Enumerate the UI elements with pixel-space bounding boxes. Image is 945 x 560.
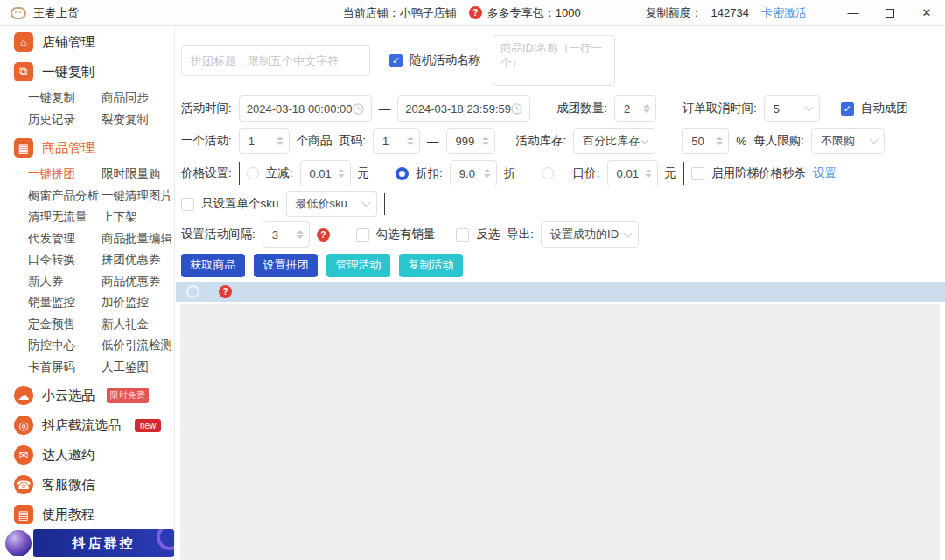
pack-help-icon[interactable]: ? <box>469 6 482 19</box>
interval-help-icon[interactable]: ? <box>317 228 330 242</box>
end-time-input[interactable]: 2024-03-18 23:59:59 <box>397 95 530 122</box>
sidebar-item-one-key-copy-sub[interactable]: 一键复制 <box>28 88 102 109</box>
close-button[interactable]: ✕ <box>908 0 945 26</box>
fixed-price-radio[interactable] <box>542 167 554 179</box>
activity-time-label: 活动时间: <box>181 101 232 116</box>
sidebar-item-goods-manage[interactable]: ▦ 商品管理 <box>0 134 174 162</box>
group-count-input[interactable]: 2 <box>614 95 656 122</box>
set-pintuan-button[interactable]: 设置拼团 <box>254 254 318 277</box>
ladder-price-label: 启用阶梯价格秒杀 <box>711 165 806 181</box>
stepper-arrows-icon[interactable] <box>482 136 489 145</box>
sidebar-item-clean-no-traffic[interactable]: 清理无流量 <box>28 206 102 228</box>
book-icon: ▤ <box>14 505 33 524</box>
storefront-icon: ⌂ <box>14 32 33 52</box>
chevron-down-icon <box>804 102 813 111</box>
cloud-search-icon: ☁ <box>14 386 33 405</box>
sidebar-item-history[interactable]: 历史记录 <box>28 109 102 131</box>
goods-ids-textarea[interactable] <box>493 35 615 86</box>
stepper-arrows-icon[interactable] <box>407 136 414 145</box>
stepper-arrows-icon[interactable] <box>297 230 304 239</box>
stepper-arrows-icon[interactable] <box>716 136 723 145</box>
sku-value: 最低价sku <box>296 196 347 212</box>
sidebar-item-clean-images[interactable]: 一键清理图片 <box>102 186 174 207</box>
sidebar-item-on-off-shelf[interactable]: 上下架 <box>102 206 174 228</box>
chevron-down-icon <box>640 135 649 144</box>
fixed-price-input[interactable]: 0.01 <box>607 160 658 186</box>
sidebar-item-doudian-select[interactable]: ◎ 抖店截流选品 new <box>0 411 174 439</box>
divider <box>239 162 240 185</box>
export-select[interactable]: 设置成功的ID <box>541 221 639 248</box>
sidebar-item-price-monitor[interactable]: 加价监控 <box>102 292 174 314</box>
limit-select[interactable]: 不限购 <box>811 128 885 154</box>
stepper-arrows-icon[interactable] <box>484 169 491 178</box>
sidebar-item-xiaoyun-select[interactable]: ☁ 小云选品 限时免费 <box>0 382 174 410</box>
sku-select[interactable]: 最低价sku <box>286 191 377 217</box>
sidebar-item-kefu-wechat[interactable]: ☎ 客服微信 <box>0 471 174 499</box>
order-cancel-select[interactable]: 5 <box>764 95 820 122</box>
sidebar-item-one-key-pintuan[interactable]: 一键拼团 <box>28 164 102 186</box>
reduce-input[interactable]: 0.01 <box>300 160 351 186</box>
sidebar-item-one-key-copy[interactable]: ⧉ 一键复制 <box>0 58 174 86</box>
card-activate-link[interactable]: 卡密激活 <box>761 5 807 21</box>
stock-percent-input[interactable]: 50 <box>682 128 729 154</box>
sidebar-item-label: 客服微信 <box>42 477 94 494</box>
discount-radio[interactable] <box>396 167 409 180</box>
sidebar-item-sales-monitor[interactable]: 销量监控 <box>28 292 102 314</box>
maximize-button[interactable] <box>872 0 908 26</box>
reduce-radio[interactable] <box>247 167 259 179</box>
sidebar-item-flash-limit[interactable]: 限时限量购 <box>102 164 174 186</box>
sidebar-item-manual-image-check[interactable]: 人工鉴图 <box>102 357 174 379</box>
auto-group-checkbox[interactable] <box>841 102 854 116</box>
sidebar-item-label: 一键复制 <box>42 64 94 80</box>
sidebar-item-goods-coupon[interactable]: 商品优惠券 <box>102 271 174 293</box>
stock-type-select[interactable]: 百分比库存 <box>573 128 655 154</box>
doudian-group-control-banner[interactable]: 抖店群控 <box>0 527 174 560</box>
sidebar-item-dropship-manage[interactable]: 代发管理 <box>28 228 102 250</box>
has-sales-checkbox[interactable] <box>356 228 369 242</box>
stepper-arrows-icon[interactable] <box>338 169 345 178</box>
interval-input[interactable]: 3 <box>262 221 310 248</box>
sidebar-item-store-manage[interactable]: ⌂ 店铺管理 <box>0 28 174 56</box>
stepper-arrows-icon[interactable] <box>276 136 284 145</box>
get-goods-button[interactable]: 获取商品 <box>181 254 245 277</box>
random-name-checkbox[interactable] <box>389 54 402 67</box>
sidebar-item-card-screen-code[interactable]: 卡首屏码 <box>28 357 102 379</box>
sidebar-item-code-convert[interactable]: 口令转换 <box>28 249 102 271</box>
sidebar-item-fission-copy[interactable]: 裂变复制 <box>102 109 174 131</box>
minimize-button[interactable]: — <box>835 0 872 26</box>
select-all-radio[interactable] <box>186 285 200 298</box>
goods-table-header: ? <box>176 282 945 302</box>
discount-input[interactable]: 9.0 <box>450 160 497 186</box>
new-badge: new <box>135 419 161 432</box>
page-start-input[interactable]: 1 <box>373 128 420 154</box>
table-help-icon[interactable]: ? <box>219 285 232 298</box>
one-activity-input[interactable]: 1 <box>239 128 290 154</box>
invert-checkbox[interactable] <box>456 228 469 242</box>
start-time-input[interactable]: 2024-03-18 00:00:00 <box>239 95 372 122</box>
page-end-input[interactable]: 999 <box>446 128 495 154</box>
sidebar-item-goods-sync[interactable]: 商品同步 <box>102 88 174 109</box>
ladder-price-checkbox[interactable] <box>691 167 704 180</box>
manage-activity-button[interactable]: 管理活动 <box>326 254 390 277</box>
pintuan-title-input[interactable] <box>181 46 370 76</box>
sidebar-item-risk-center[interactable]: 防控中心 <box>28 335 102 357</box>
stepper-arrows-icon[interactable] <box>645 169 652 178</box>
copy-quota-label: 复制额度： <box>646 5 703 21</box>
app-logo-pig-icon <box>10 7 26 19</box>
sidebar-item-window-analysis[interactable]: 橱窗产品分析 <box>28 186 102 207</box>
ladder-settings-link[interactable]: 设置 <box>813 165 836 181</box>
sidebar-item-lowprice-detect[interactable]: 低价引流检测 <box>102 335 174 357</box>
sidebar-item-deposit-presale[interactable]: 定金预售 <box>28 314 102 336</box>
sidebar-item-pintuan-coupon[interactable]: 拼团优惠券 <box>102 249 174 271</box>
limit-value: 不限购 <box>821 133 855 149</box>
end-time-value: 2024-03-18 23:59:59 <box>405 102 511 116</box>
copy-activity-button[interactable]: 复制活动 <box>399 254 463 277</box>
sidebar-item-tutorial[interactable]: ▤ 使用教程 <box>0 500 174 528</box>
sidebar-item-daren-invite[interactable]: ✉ 达人邀约 <box>0 441 174 469</box>
reduce-label: 立减: <box>266 165 293 181</box>
sidebar-item-batch-edit[interactable]: 商品批量编辑 <box>102 228 174 250</box>
single-sku-checkbox[interactable] <box>181 198 194 211</box>
sidebar-item-newuser-coupon[interactable]: 新人券 <box>28 271 102 293</box>
stepper-arrows-icon[interactable] <box>643 104 650 113</box>
sidebar-item-newuser-gift[interactable]: 新人礼金 <box>102 314 174 336</box>
